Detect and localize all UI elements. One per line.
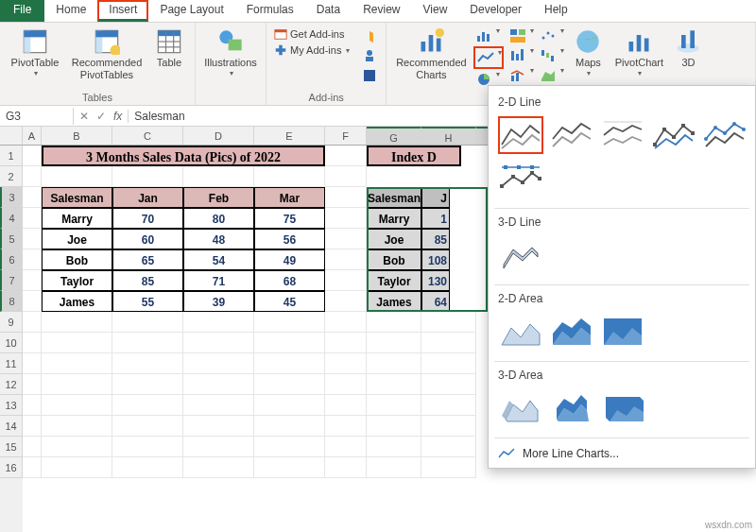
get-addins-button[interactable]: Get Add-ins xyxy=(272,26,352,42)
visio-icon[interactable] xyxy=(359,66,380,85)
100-stacked-line-option[interactable] xyxy=(600,116,645,154)
3d-line-option[interactable] xyxy=(498,236,543,274)
category-2d-area: 2-D Area xyxy=(489,288,755,309)
category-3d-line: 3-D Line xyxy=(489,212,755,232)
tab-home[interactable]: Home xyxy=(44,0,97,22)
svg-point-56 xyxy=(704,137,708,141)
stacked-area-option[interactable] xyxy=(549,313,594,351)
tab-help[interactable]: Help xyxy=(533,0,579,22)
chevron-down-icon: ▾ xyxy=(638,69,642,78)
svg-point-38 xyxy=(552,35,555,38)
my-addins-button[interactable]: My Add-ins▾ xyxy=(272,43,352,58)
table-row[interactable]: Taylor xyxy=(42,270,112,291)
svg-rect-29 xyxy=(519,29,525,35)
maps-button[interactable]: Maps▾ xyxy=(568,26,608,78)
tab-insert[interactable]: Insert xyxy=(97,0,148,22)
svg-rect-47 xyxy=(681,35,686,48)
3d-area-option[interactable] xyxy=(498,389,543,427)
pivotchart-button[interactable]: PivotChart▾ xyxy=(611,26,666,78)
svg-rect-19 xyxy=(364,70,375,81)
svg-rect-65 xyxy=(500,184,504,188)
line-chart-button[interactable] xyxy=(475,48,496,67)
svg-rect-16 xyxy=(275,30,286,33)
category-3d-area: 3-D Area xyxy=(489,365,755,386)
line-chart-dropdown: 2-D Line 3-D Line 2-D Area 3-D Area More… xyxy=(488,85,756,469)
people-graph-icon[interactable] xyxy=(359,46,380,65)
stacked-line-markers-option[interactable] xyxy=(702,116,747,154)
svg-rect-14 xyxy=(229,40,242,51)
hierarchy-chart-button[interactable] xyxy=(507,26,528,45)
enter-icon[interactable]: ✓ xyxy=(96,110,106,123)
line-icon xyxy=(498,447,515,460)
name-box[interactable]: G3 xyxy=(0,108,74,125)
select-all[interactable] xyxy=(0,127,23,146)
svg-rect-64 xyxy=(530,165,534,169)
3d-map-button[interactable]: 3D xyxy=(670,26,706,69)
surface-chart-button[interactable] xyxy=(538,66,558,85)
svg-rect-2 xyxy=(24,30,45,37)
svg-rect-66 xyxy=(511,175,515,179)
chevron-down-icon: ▾ xyxy=(230,69,233,78)
file-tab[interactable]: File xyxy=(0,0,44,22)
svg-point-42 xyxy=(577,30,599,52)
category-2d-line: 2-D Line xyxy=(489,92,755,112)
waterfall-chart-button[interactable] xyxy=(538,46,558,65)
chevron-down-icon: ▾ xyxy=(34,69,38,78)
table-row[interactable]: Joe xyxy=(42,229,112,249)
statistic-chart-button[interactable] xyxy=(507,46,528,65)
3d-100-stacked-area-option[interactable] xyxy=(600,389,645,427)
100-stacked-line-markers-option[interactable] xyxy=(498,160,543,197)
cancel-icon[interactable]: ✕ xyxy=(79,110,89,123)
3d-stacked-area-option[interactable] xyxy=(549,389,594,427)
table-row[interactable]: Bob xyxy=(42,249,112,270)
tab-review[interactable]: Review xyxy=(352,0,411,22)
svg-rect-62 xyxy=(504,165,507,169)
reco-charts-icon xyxy=(418,28,444,55)
addins-icon xyxy=(274,43,287,57)
pivottable-button[interactable]: PivotTable▾ xyxy=(6,26,64,78)
row-headers: 1 2 3 4 5 6 7 8 9 10 11 12 13 14 15 16 xyxy=(0,127,23,532)
tab-view[interactable]: View xyxy=(412,0,459,22)
svg-rect-32 xyxy=(516,54,519,60)
stacked-line-option[interactable] xyxy=(549,116,594,154)
more-line-charts[interactable]: More Line Charts... xyxy=(489,441,755,468)
tab-developer[interactable]: Developer xyxy=(458,0,533,22)
svg-rect-68 xyxy=(530,171,534,175)
tab-formulas[interactable]: Formulas xyxy=(235,0,305,22)
line-markers-option[interactable] xyxy=(651,116,696,154)
table-button[interactable]: Table xyxy=(149,26,189,69)
svg-rect-26 xyxy=(487,34,490,42)
recommended-pivottables-button[interactable]: Recommended PivotTables xyxy=(68,26,146,81)
illustrations-button[interactable]: Illustrations▾ xyxy=(201,26,260,78)
ribbon-group-addins: Get Add-ins My Add-ins▾ Add-ins xyxy=(266,23,387,105)
svg-rect-48 xyxy=(691,30,696,48)
3d-icon xyxy=(675,28,701,55)
svg-rect-39 xyxy=(541,50,544,56)
svg-rect-63 xyxy=(517,165,521,169)
svg-rect-18 xyxy=(366,57,373,61)
svg-rect-41 xyxy=(551,56,554,61)
line-chart-option[interactable] xyxy=(498,116,543,154)
group-label-tables: Tables xyxy=(6,92,189,105)
svg-point-36 xyxy=(542,37,545,40)
title-1[interactable]: 3 Months Sales Data (Pics) of 2022 xyxy=(42,146,325,166)
table-row[interactable]: James xyxy=(42,291,112,312)
svg-rect-21 xyxy=(429,35,434,52)
scatter-chart-button[interactable] xyxy=(538,26,558,45)
svg-rect-55 xyxy=(691,131,695,135)
svg-rect-33 xyxy=(521,49,524,60)
tab-data[interactable]: Data xyxy=(305,0,352,22)
area-option[interactable] xyxy=(498,313,543,351)
bing-maps-icon[interactable] xyxy=(359,26,380,45)
table-row[interactable]: Marry xyxy=(42,208,112,229)
column-chart-button[interactable] xyxy=(473,26,494,45)
title-2[interactable]: Index D xyxy=(367,146,461,166)
combo-chart-button[interactable] xyxy=(507,66,528,85)
recommended-charts-button[interactable]: Recommended Charts xyxy=(392,26,470,81)
100-stacked-area-option[interactable] xyxy=(600,313,645,351)
tab-page-layout[interactable]: Page Layout xyxy=(148,0,234,22)
fx-icon[interactable]: fx xyxy=(113,110,122,123)
pivottable-icon xyxy=(22,28,48,55)
formula-input[interactable]: Salesman xyxy=(129,108,190,125)
svg-point-46 xyxy=(678,43,699,52)
